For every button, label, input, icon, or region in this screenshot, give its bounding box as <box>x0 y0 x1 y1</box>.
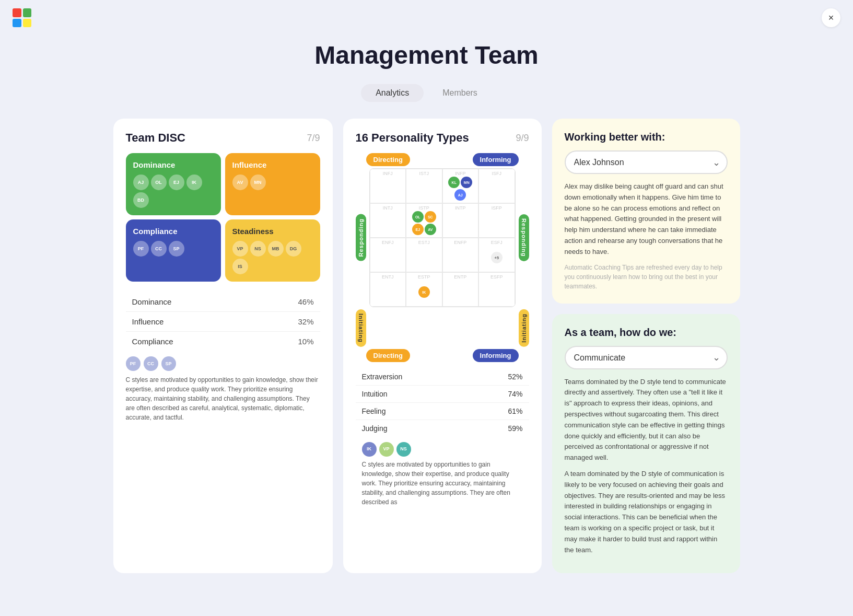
tab-members[interactable]: Members <box>428 84 492 102</box>
team-card: As a team, how do we: Communicate ⌄ Team… <box>552 314 740 574</box>
compliance-description: C styles are motivated by opportunities … <box>126 375 320 422</box>
avatar: AJ <box>133 175 149 190</box>
personality-card: 16 Personality Types 9/9 Directing Infor… <box>343 119 542 573</box>
mbti-avatar: SC <box>425 211 436 223</box>
mbti-cell-esfj: ESFJ +5 <box>478 238 515 272</box>
person-dropdown-wrapper: Alex Johnson ⌄ <box>565 150 728 174</box>
mbti-avatar: EJ <box>412 224 424 235</box>
mbti-detail-text: C styles are motivated by opportunities … <box>362 460 523 507</box>
avatar: VP <box>232 241 248 257</box>
team-card-body1: Teams dominated by the D style tend to c… <box>565 377 728 463</box>
mbti-cell-infp: INFP KL MN AJ <box>442 169 479 203</box>
dominance-label: Dominance <box>133 160 214 169</box>
mbti-detail-avatar: IK <box>362 442 377 457</box>
avatar: PF <box>133 241 149 257</box>
mbti-stat-feeling: Feeling 61% <box>356 403 529 420</box>
mbti-detail-avatar: VP <box>379 442 394 457</box>
mbti-cell-enfj: ENFJ <box>370 238 406 272</box>
directing-bottom-label[interactable]: Directing <box>366 349 410 362</box>
disc-dominance-box: Dominance AJ OL EJ IK BD <box>126 153 221 215</box>
mbti-avatar-more: +5 <box>491 252 503 263</box>
compliance-avatar: CC <box>144 356 158 371</box>
mbti-avatar: KL <box>448 177 460 188</box>
steadiness-label: Steadiness <box>232 227 313 236</box>
mbti-bottom-labels: Directing Informing <box>356 349 529 362</box>
avatar: IK <box>186 175 202 190</box>
mbti-stat-intuition: Intuition 74% <box>356 386 529 403</box>
working-card-title: Working better with: <box>565 131 728 143</box>
avatar: IS <box>232 259 248 274</box>
mbti-cell-intp: INTP <box>442 203 479 238</box>
mbti-cell-enfp: ENFP <box>442 238 479 272</box>
mbti-cell-isfj: ISFJ <box>478 169 515 203</box>
mbti-avatar: IK <box>418 286 430 298</box>
close-button[interactable]: × <box>822 8 840 27</box>
avatar: EJ <box>169 175 184 190</box>
tab-bar: Analytics Members <box>0 84 853 102</box>
avatar: CC <box>151 241 167 257</box>
team-card-body2: A team dominated by the D style of commu… <box>565 469 728 555</box>
mbti-cell-istp: ISTP OL SC EJ AV <box>406 203 442 238</box>
avatar: MB <box>268 241 284 257</box>
mbti-detail-avatar: NS <box>396 442 411 457</box>
mbti-cell-isfp: ISFP <box>478 203 515 238</box>
avatar: DG <box>286 241 301 257</box>
topic-dropdown[interactable]: Communicate <box>565 346 728 369</box>
team-card-title: As a team, how do we: <box>565 327 728 339</box>
logo-dot-red <box>13 8 21 17</box>
disc-stats-list: Dominance 46% Influence 32% Compliance 1… <box>126 292 320 351</box>
working-card-body: Alex may dislike being caught off guard … <box>565 181 728 258</box>
logo-dot-green <box>23 8 32 17</box>
mbti-avatar: OL <box>412 211 424 223</box>
mbti-avatar: MN <box>461 177 472 188</box>
personality-card-title: 16 Personality Types <box>356 131 469 145</box>
mbti-cell-entp: ENTP <box>442 272 479 307</box>
mbti-cell-entj: ENTJ <box>370 272 406 307</box>
mbti-avatar: AV <box>425 224 436 235</box>
responding-right-label: Responding <box>519 214 529 261</box>
compliance-avatar: PF <box>126 356 141 371</box>
mbti-cell-infj: INFJ <box>370 169 406 203</box>
logo-dot-yellow <box>23 19 32 28</box>
disc-stat-influence: Influence 32% <box>126 312 320 332</box>
tab-analytics[interactable]: Analytics <box>361 84 424 102</box>
topic-dropdown-wrapper: Communicate ⌄ <box>565 346 728 369</box>
disc-stat-dominance: Dominance 46% <box>126 292 320 312</box>
mbti-stat-judging: Judging 59% <box>356 420 529 437</box>
mbti-cell-istj: ISTJ <box>406 169 442 203</box>
mbti-stat-extraversion: Extraversion 52% <box>356 368 529 386</box>
mbti-stats-list: Extraversion 52% Intuition 74% Feeling 6… <box>356 368 529 437</box>
disc-steadiness-box: Steadiness VP NS MB DG IS <box>225 219 320 282</box>
avatar: BD <box>133 192 149 208</box>
avatar: MN <box>250 175 266 190</box>
disc-stat-compliance: Compliance 10% <box>126 332 320 351</box>
mbti-grid: INFJ ISTJ INFP KL MN AJ ISFJ <box>369 168 516 307</box>
mbti-cell-intj: INTJ <box>370 203 406 238</box>
logo-dot-blue <box>13 19 21 28</box>
compliance-detail-section: PF CC SP C styles are motivated by oppor… <box>126 356 320 422</box>
compliance-label: Compliance <box>133 227 214 236</box>
disc-compliance-box: Compliance PF CC SP <box>126 219 221 282</box>
disc-card-count: 7/9 <box>307 133 320 144</box>
responding-left-label: Responding <box>356 214 366 261</box>
disc-quadrant-grid: Dominance AJ OL EJ IK BD Influence AV MN <box>126 153 320 282</box>
informing-bottom-label[interactable]: Informing <box>473 349 519 362</box>
mbti-cell-estp: ESTP IK <box>406 272 442 307</box>
working-better-card: Working better with: Alex Johnson ⌄ Alex… <box>552 119 740 304</box>
right-column: Working better with: Alex Johnson ⌄ Alex… <box>552 119 740 573</box>
mbti-detail-section: IK VP NS C styles are motivated by oppor… <box>356 437 529 512</box>
personality-card-count: 9/9 <box>516 133 529 144</box>
disc-card: Team DISC 7/9 Dominance AJ OL EJ IK BD I… <box>113 119 333 573</box>
influence-label: Influence <box>232 160 313 169</box>
person-dropdown[interactable]: Alex Johnson <box>565 150 728 174</box>
initiating-left-label: Initiating <box>356 309 366 347</box>
disc-card-title: Team DISC <box>126 131 186 145</box>
mbti-avatar-aj: AJ <box>454 189 466 201</box>
avatar: OL <box>151 175 167 190</box>
working-card-muted: Automatic Coaching Tips are refreshed ev… <box>565 263 728 291</box>
mbti-cell-esfp: ESFP <box>478 272 515 307</box>
directing-top-label[interactable]: Directing <box>366 153 410 166</box>
informing-top-label[interactable]: Informing <box>473 153 519 166</box>
mbti-cell-estj: ESTJ <box>406 238 442 272</box>
app-logo <box>13 8 31 27</box>
